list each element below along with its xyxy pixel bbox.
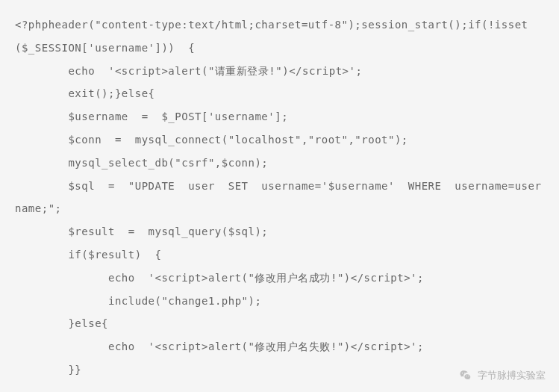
code-line: include("change1.php"); [15,295,261,307]
code-line: $conn = mysql_connect("localhost","root"… [15,134,408,146]
code-line: <?phpheader("content-type:text/html;char… [15,19,528,54]
code-line: echo '<script>alert("修改用户名失败!")</script>… [15,340,424,352]
code-line: if($result) { [15,249,161,261]
wechat-icon [458,368,473,383]
watermark-text: 字节脉搏实验室 [478,369,546,382]
code-line: echo '<script>alert("修改用户名成功!")</script>… [15,272,424,284]
code-line: mysql_select_db("csrf",$conn); [15,157,268,169]
code-line: $result = mysql_query($sql); [15,225,268,237]
code-line: $sql = "UPDATE user SET username='$usern… [15,180,541,215]
code-line: exit();}else{ [15,87,155,99]
code-line: }} [15,364,81,376]
code-line: }else{ [15,317,108,329]
watermark: 字节脉搏实验室 [458,368,546,383]
code-line: $username = $_POST['username']; [15,111,288,122]
code-line: echo '<script>alert("请重新登录!")</script>'; [15,65,362,77]
code-block: <?phpheader("content-type:text/html;char… [15,13,544,382]
